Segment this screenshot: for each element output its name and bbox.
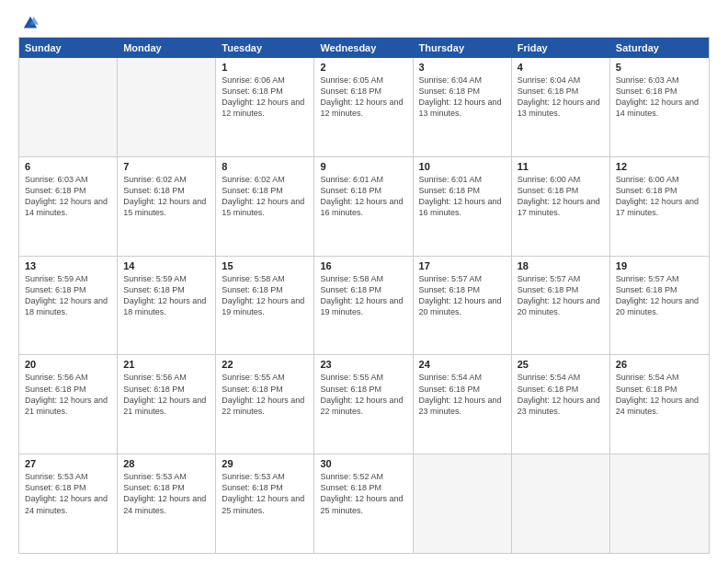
cell-info: Sunrise: 6:00 AMSunset: 6:18 PMDaylight:… bbox=[616, 174, 703, 219]
cell-info: Sunrise: 6:05 AMSunset: 6:18 PMDaylight:… bbox=[320, 75, 406, 120]
cell-info: Sunrise: 5:54 AMSunset: 6:18 PMDaylight:… bbox=[419, 372, 506, 417]
calendar-cell: 6Sunrise: 6:03 AMSunset: 6:18 PMDaylight… bbox=[19, 157, 118, 256]
calendar-cell: 7Sunrise: 6:02 AMSunset: 6:18 PMDaylight… bbox=[118, 157, 216, 256]
day-number: 1 bbox=[222, 62, 308, 73]
header-day-friday: Friday bbox=[512, 38, 610, 58]
day-number: 17 bbox=[419, 260, 506, 271]
calendar-cell: 29Sunrise: 5:53 AMSunset: 6:18 PMDayligh… bbox=[216, 454, 314, 553]
calendar-cell: 21Sunrise: 5:56 AMSunset: 6:18 PMDayligh… bbox=[118, 355, 216, 454]
day-number: 7 bbox=[123, 161, 210, 172]
cell-info: Sunrise: 5:57 AMSunset: 6:18 PMDaylight:… bbox=[419, 273, 506, 318]
calendar-cell: 25Sunrise: 5:54 AMSunset: 6:18 PMDayligh… bbox=[512, 355, 610, 454]
cell-info: Sunrise: 5:54 AMSunset: 6:18 PMDaylight:… bbox=[518, 372, 604, 417]
day-number: 12 bbox=[616, 161, 703, 172]
calendar-cell bbox=[414, 454, 512, 553]
cell-info: Sunrise: 6:04 AMSunset: 6:18 PMDaylight:… bbox=[518, 75, 604, 120]
cell-info: Sunrise: 6:03 AMSunset: 6:18 PMDaylight:… bbox=[616, 75, 703, 120]
day-number: 4 bbox=[518, 62, 604, 73]
cell-info: Sunrise: 6:01 AMSunset: 6:18 PMDaylight:… bbox=[320, 174, 406, 219]
cell-info: Sunrise: 5:58 AMSunset: 6:18 PMDaylight:… bbox=[320, 273, 406, 318]
calendar-cell bbox=[512, 454, 610, 553]
calendar-cell: 28Sunrise: 5:53 AMSunset: 6:18 PMDayligh… bbox=[118, 454, 216, 553]
day-number: 26 bbox=[616, 359, 703, 370]
calendar-row-3: 20Sunrise: 5:56 AMSunset: 6:18 PMDayligh… bbox=[19, 354, 709, 454]
calendar-body: 1Sunrise: 6:06 AMSunset: 6:18 PMDaylight… bbox=[19, 58, 709, 553]
calendar-cell bbox=[610, 454, 709, 553]
day-number: 18 bbox=[518, 260, 604, 271]
day-number: 2 bbox=[320, 62, 406, 73]
calendar-cell: 18Sunrise: 5:57 AMSunset: 6:18 PMDayligh… bbox=[512, 257, 610, 355]
cell-info: Sunrise: 5:55 AMSunset: 6:18 PMDaylight:… bbox=[320, 372, 406, 417]
calendar-cell: 14Sunrise: 5:59 AMSunset: 6:18 PMDayligh… bbox=[118, 257, 216, 355]
header-day-tuesday: Tuesday bbox=[216, 38, 314, 58]
calendar-row-0: 1Sunrise: 6:06 AMSunset: 6:18 PMDaylight… bbox=[19, 58, 709, 156]
cell-info: Sunrise: 5:57 AMSunset: 6:18 PMDaylight:… bbox=[518, 273, 604, 318]
header-day-saturday: Saturday bbox=[610, 38, 709, 58]
calendar-cell: 8Sunrise: 6:02 AMSunset: 6:18 PMDaylight… bbox=[216, 157, 314, 256]
cell-info: Sunrise: 5:59 AMSunset: 6:18 PMDaylight:… bbox=[123, 273, 210, 318]
calendar-cell: 4Sunrise: 6:04 AMSunset: 6:18 PMDaylight… bbox=[512, 58, 610, 156]
calendar-cell: 1Sunrise: 6:06 AMSunset: 6:18 PMDaylight… bbox=[216, 58, 314, 156]
day-number: 10 bbox=[419, 161, 506, 172]
calendar-cell: 16Sunrise: 5:58 AMSunset: 6:18 PMDayligh… bbox=[314, 257, 413, 355]
cell-info: Sunrise: 6:06 AMSunset: 6:18 PMDaylight:… bbox=[222, 75, 308, 120]
calendar-cell: 26Sunrise: 5:54 AMSunset: 6:18 PMDayligh… bbox=[610, 355, 709, 454]
cell-info: Sunrise: 5:57 AMSunset: 6:18 PMDaylight:… bbox=[616, 273, 703, 318]
day-number: 5 bbox=[616, 62, 703, 73]
day-number: 14 bbox=[123, 260, 210, 271]
calendar-cell: 9Sunrise: 6:01 AMSunset: 6:18 PMDaylight… bbox=[314, 157, 413, 256]
calendar-cell: 20Sunrise: 5:56 AMSunset: 6:18 PMDayligh… bbox=[19, 355, 118, 454]
day-number: 24 bbox=[419, 359, 506, 370]
day-number: 3 bbox=[419, 62, 506, 73]
header-day-wednesday: Wednesday bbox=[314, 38, 413, 58]
day-number: 20 bbox=[25, 359, 111, 370]
day-number: 25 bbox=[518, 359, 604, 370]
calendar-cell: 23Sunrise: 5:55 AMSunset: 6:18 PMDayligh… bbox=[314, 355, 413, 454]
calendar-cell: 13Sunrise: 5:59 AMSunset: 6:18 PMDayligh… bbox=[19, 257, 118, 355]
cell-info: Sunrise: 6:02 AMSunset: 6:18 PMDaylight:… bbox=[222, 174, 308, 219]
cell-info: Sunrise: 5:56 AMSunset: 6:18 PMDaylight:… bbox=[123, 372, 210, 417]
calendar-cell: 2Sunrise: 6:05 AMSunset: 6:18 PMDaylight… bbox=[314, 58, 413, 156]
calendar-cell: 3Sunrise: 6:04 AMSunset: 6:18 PMDaylight… bbox=[414, 58, 512, 156]
day-number: 22 bbox=[222, 359, 308, 370]
day-number: 30 bbox=[320, 458, 406, 469]
day-number: 6 bbox=[25, 161, 111, 172]
calendar-cell bbox=[19, 58, 118, 156]
calendar: SundayMondayTuesdayWednesdayThursdayFrid… bbox=[18, 37, 710, 554]
calendar-row-4: 27Sunrise: 5:53 AMSunset: 6:18 PMDayligh… bbox=[19, 454, 709, 553]
calendar-cell: 5Sunrise: 6:03 AMSunset: 6:18 PMDaylight… bbox=[610, 58, 709, 156]
calendar-cell: 11Sunrise: 6:00 AMSunset: 6:18 PMDayligh… bbox=[512, 157, 610, 256]
cell-info: Sunrise: 5:53 AMSunset: 6:18 PMDaylight:… bbox=[222, 471, 308, 516]
day-number: 15 bbox=[222, 260, 308, 271]
header-day-thursday: Thursday bbox=[414, 38, 512, 58]
calendar-cell: 22Sunrise: 5:55 AMSunset: 6:18 PMDayligh… bbox=[216, 355, 314, 454]
logo-icon bbox=[22, 15, 39, 31]
header bbox=[18, 15, 710, 28]
cell-info: Sunrise: 5:56 AMSunset: 6:18 PMDaylight:… bbox=[25, 372, 111, 417]
day-number: 13 bbox=[25, 260, 111, 271]
calendar-cell: 30Sunrise: 5:52 AMSunset: 6:18 PMDayligh… bbox=[314, 454, 413, 553]
header-day-sunday: Sunday bbox=[19, 38, 118, 58]
header-day-monday: Monday bbox=[118, 38, 216, 58]
day-number: 8 bbox=[222, 161, 308, 172]
calendar-row-2: 13Sunrise: 5:59 AMSunset: 6:18 PMDayligh… bbox=[19, 256, 709, 355]
cell-info: Sunrise: 6:00 AMSunset: 6:18 PMDaylight:… bbox=[518, 174, 604, 219]
calendar-cell bbox=[118, 58, 216, 156]
cell-info: Sunrise: 5:54 AMSunset: 6:18 PMDaylight:… bbox=[616, 372, 703, 417]
day-number: 29 bbox=[222, 458, 308, 469]
cell-info: Sunrise: 5:55 AMSunset: 6:18 PMDaylight:… bbox=[222, 372, 308, 417]
calendar-cell: 15Sunrise: 5:58 AMSunset: 6:18 PMDayligh… bbox=[216, 257, 314, 355]
day-number: 28 bbox=[123, 458, 210, 469]
day-number: 23 bbox=[320, 359, 406, 370]
page: SundayMondayTuesdayWednesdayThursdayFrid… bbox=[0, 0, 728, 563]
calendar-row-1: 6Sunrise: 6:03 AMSunset: 6:18 PMDaylight… bbox=[19, 156, 709, 256]
cell-info: Sunrise: 5:53 AMSunset: 6:18 PMDaylight:… bbox=[25, 471, 111, 516]
cell-info: Sunrise: 6:01 AMSunset: 6:18 PMDaylight:… bbox=[419, 174, 506, 219]
day-number: 16 bbox=[320, 260, 406, 271]
calendar-cell: 12Sunrise: 6:00 AMSunset: 6:18 PMDayligh… bbox=[610, 157, 709, 256]
day-number: 9 bbox=[320, 161, 406, 172]
calendar-cell: 24Sunrise: 5:54 AMSunset: 6:18 PMDayligh… bbox=[414, 355, 512, 454]
cell-info: Sunrise: 5:58 AMSunset: 6:18 PMDaylight:… bbox=[222, 273, 308, 318]
calendar-cell: 10Sunrise: 6:01 AMSunset: 6:18 PMDayligh… bbox=[414, 157, 512, 256]
cell-info: Sunrise: 6:02 AMSunset: 6:18 PMDaylight:… bbox=[123, 174, 210, 219]
